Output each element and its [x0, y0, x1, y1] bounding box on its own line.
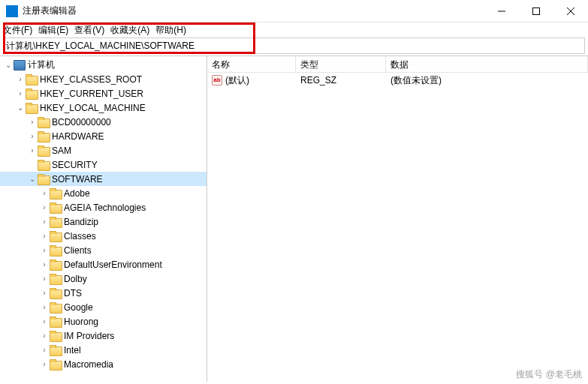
chevron-right-icon[interactable]: ›: [39, 260, 50, 268]
tree-bcd[interactable]: › BCD00000000: [0, 115, 207, 129]
folder-icon: [50, 245, 62, 256]
address-bar[interactable]: 计算机\HKEY_LOCAL_MACHINE\SOFTWARE: [3, 38, 585, 54]
svg-rect-1: [533, 8, 540, 14]
folder-icon: [50, 231, 62, 242]
tree-software-child[interactable]: ›Clients: [0, 243, 207, 257]
chevron-right-icon[interactable]: ›: [39, 232, 50, 240]
tree-label: HARDWARE: [52, 131, 104, 142]
chevron-right-icon[interactable]: ›: [39, 189, 50, 197]
tree-hardware[interactable]: › HARDWARE: [0, 129, 207, 143]
window-title: 注册表编辑器: [23, 4, 484, 17]
tree-software-child[interactable]: ›Bandizip: [0, 214, 207, 229]
tree-pane[interactable]: ⌄ 计算机 › HKEY_CLASSES_ROOT › HKEY_CURRENT…: [0, 56, 207, 382]
chevron-right-icon[interactable]: ›: [39, 289, 50, 297]
tree-label: IM Providers: [64, 331, 114, 341]
chevron-right-icon[interactable]: ›: [39, 274, 50, 283]
tree-label: Intel: [64, 345, 81, 356]
folder-icon: [50, 288, 62, 298]
menu-file[interactable]: 文件(F): [3, 24, 32, 37]
chevron-down-icon[interactable]: ⌄: [3, 61, 14, 69]
tree-sam[interactable]: › SAM: [0, 143, 207, 158]
folder-icon: [50, 316, 62, 327]
folder-icon: [38, 174, 50, 184]
string-value-icon: ab: [212, 75, 222, 86]
title-bar: 注册表编辑器: [0, 0, 588, 22]
tree-label: Macromedia: [64, 359, 113, 370]
list-header: 名称 类型 数据: [207, 56, 588, 73]
folder-icon: [50, 202, 62, 213]
folder-icon: [50, 260, 62, 270]
list-row[interactable]: ab(默认) REG_SZ (数值未设置): [207, 73, 588, 88]
address-text: 计算机\HKEY_LOCAL_MACHINE\SOFTWARE: [6, 40, 194, 52]
col-header-data[interactable]: 数据: [386, 56, 588, 72]
tree-label: HKEY_CLASSES_ROOT: [40, 74, 142, 85]
menu-view[interactable]: 查看(V): [74, 24, 104, 37]
folder-icon: [50, 359, 62, 370]
tree-label: HKEY_LOCAL_MACHINE: [40, 103, 146, 113]
tree-hkcr[interactable]: › HKEY_CLASSES_ROOT: [0, 72, 207, 86]
tree-label: Clients: [64, 245, 92, 256]
chevron-right-icon[interactable]: ›: [39, 203, 50, 212]
chevron-right-icon[interactable]: ›: [39, 346, 50, 354]
minimize-button[interactable]: [484, 0, 519, 22]
chevron-right-icon[interactable]: ›: [39, 303, 50, 311]
chevron-right-icon[interactable]: ›: [27, 118, 38, 126]
tree-label: 计算机: [28, 58, 55, 71]
tree-software[interactable]: ⌄ SOFTWARE: [0, 172, 207, 186]
tree-label: Google: [64, 302, 93, 313]
chevron-right-icon[interactable]: ›: [39, 218, 50, 226]
folder-icon: [38, 146, 50, 156]
tree-software-child[interactable]: ›Huorong: [0, 314, 207, 328]
menu-favorites[interactable]: 收藏夹(A): [110, 24, 149, 37]
tree-software-child[interactable]: ›AGEIA Technologies: [0, 200, 207, 214]
tree-label: Adobe: [64, 188, 90, 199]
tree-root[interactable]: ⌄ 计算机: [0, 58, 207, 72]
tree-label: SAM: [52, 146, 71, 156]
chevron-right-icon[interactable]: ›: [39, 360, 50, 368]
tree-software-child[interactable]: ›Dolby: [0, 272, 207, 286]
chevron-right-icon[interactable]: ›: [39, 332, 50, 340]
chevron-right-icon[interactable]: ›: [15, 89, 26, 98]
tree-software-child[interactable]: ›DTS: [0, 286, 207, 300]
menu-edit[interactable]: 编辑(E): [38, 24, 68, 37]
value-list-pane[interactable]: 名称 类型 数据 ab(默认) REG_SZ (数值未设置): [207, 56, 588, 382]
col-header-name[interactable]: 名称: [207, 56, 296, 72]
chevron-right-icon[interactable]: ›: [39, 317, 50, 326]
chevron-right-icon[interactable]: ›: [27, 132, 38, 140]
content-area: ⌄ 计算机 › HKEY_CLASSES_ROOT › HKEY_CURRENT…: [0, 56, 588, 382]
tree-hkcu[interactable]: › HKEY_CURRENT_USER: [0, 86, 207, 100]
tree-label: Huorong: [64, 316, 98, 327]
tree-software-child[interactable]: ›Intel: [0, 343, 207, 357]
tree-software-child[interactable]: ›Google: [0, 300, 207, 314]
tree-label: DTS: [64, 288, 82, 298]
tree-software-child[interactable]: ›Classes: [0, 229, 207, 243]
computer-icon: [14, 60, 26, 70]
tree-label: SECURITY: [52, 160, 98, 170]
folder-icon: [26, 103, 38, 113]
chevron-down-icon[interactable]: ⌄: [27, 175, 38, 183]
tree-hklm[interactable]: ⌄ HKEY_LOCAL_MACHINE: [0, 100, 207, 115]
value-name: (默认): [225, 75, 249, 86]
tree-security[interactable]: SECURITY: [0, 158, 207, 172]
folder-icon: [50, 331, 62, 341]
regedit-app-icon: [6, 5, 18, 17]
folder-icon: [50, 302, 62, 313]
chevron-right-icon[interactable]: ›: [27, 146, 38, 154]
folder-icon: [50, 188, 62, 199]
value-data: (数值未设置): [386, 74, 588, 87]
tree-software-child[interactable]: ›DefaultUserEnvironment: [0, 257, 207, 272]
folder-icon: [38, 117, 50, 128]
col-header-type[interactable]: 类型: [296, 56, 386, 72]
chevron-right-icon[interactable]: ›: [39, 246, 50, 254]
tree-software-child[interactable]: ›Adobe: [0, 186, 207, 200]
watermark-text: 搜狐号 @老毛桃: [516, 368, 582, 381]
close-button[interactable]: [553, 0, 588, 22]
folder-icon: [26, 74, 38, 85]
tree-software-child[interactable]: ›IM Providers: [0, 328, 207, 343]
chevron-right-icon[interactable]: ›: [15, 75, 26, 83]
tree-software-child[interactable]: ›Macromedia: [0, 357, 207, 371]
menu-help[interactable]: 帮助(H): [155, 24, 186, 37]
maximize-button[interactable]: [519, 0, 553, 22]
folder-icon: [50, 217, 62, 227]
chevron-down-icon[interactable]: ⌄: [15, 104, 26, 112]
